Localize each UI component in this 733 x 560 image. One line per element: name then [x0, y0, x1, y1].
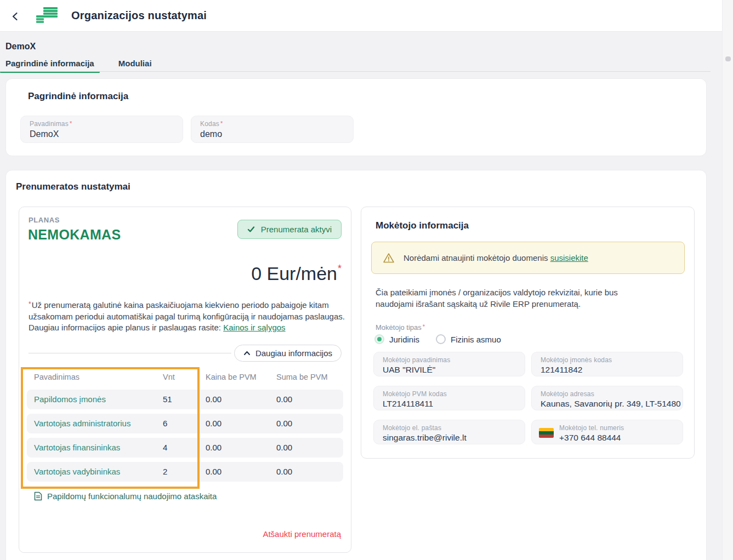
radio-label: Fizinis asmuo	[451, 335, 501, 344]
page-title: Organizacijos nustatymai	[71, 9, 207, 22]
col-vnt: Vnt	[163, 373, 175, 381]
field-label: Mokėtojo pavadinimas	[383, 356, 517, 364]
required-mark: *	[70, 120, 72, 127]
org-name: DemoX	[5, 42, 36, 52]
contact-link[interactable]: susisiekite	[550, 253, 588, 262]
radio-label: Juridinis	[389, 335, 419, 344]
code-field[interactable]: Kodas* demo	[191, 116, 354, 143]
tabs: Pagrindinė informacija Moduliai	[0, 56, 171, 72]
row-sum: 0.00	[276, 395, 292, 404]
row-sum: 0.00	[276, 443, 292, 452]
chevron-left-icon	[10, 11, 21, 22]
row-name: Vartotojas vadybininkas	[34, 467, 120, 476]
row-name: Papildomos įmonės	[34, 395, 106, 404]
row-price: 0.00	[206, 467, 221, 476]
warning-text: Norėdami atnaujinti mokėtojo duomenis su…	[404, 253, 588, 262]
rivile-logo-icon	[36, 7, 58, 24]
payer-email-field[interactable]: Mokėtojo el. paštas singaras.tribe@rivil…	[373, 420, 525, 444]
tab-pagrindine-informacija[interactable]: Pagrindinė informacija	[0, 56, 100, 72]
required-mark: *	[423, 323, 425, 330]
row-sum: 0.00	[276, 467, 292, 476]
link-label: Papildomų funkcionalumų naudojimo ataska…	[47, 492, 217, 501]
table-row: Vartotojas administratorius 6 0.00 0.00	[27, 414, 343, 433]
radio-fizinis-asmuo[interactable]: Fizinis asmuo	[436, 334, 501, 344]
pricing-terms-link[interactable]: Kainos ir sąlygos	[223, 323, 285, 332]
tab-label: Pagrindinė informacija	[5, 59, 94, 68]
row-price: 0.00	[206, 443, 221, 452]
col-kaina: Kaina be PVM	[206, 373, 257, 381]
payer-vat-code-field[interactable]: Mokėtojo PVM kodas LT214118411	[373, 386, 525, 410]
divider	[29, 353, 231, 353]
field-label: Kodas*	[200, 120, 345, 128]
payer-address-field[interactable]: Mokėtojo adresas Kaunas, Savanorių pr. 3…	[531, 386, 683, 410]
row-qty: 2	[163, 467, 167, 476]
plan-label: PLANAS	[29, 216, 60, 224]
tab-label: Moduliai	[118, 59, 152, 68]
usage-report-link[interactable]: Papildomų funkcionalumų naudojimo ataska…	[34, 492, 217, 501]
field-label: Mokėtojo įmonės kodas	[541, 356, 675, 364]
field-label: Mokėtojo PVM kodas	[383, 390, 517, 398]
payer-name-field[interactable]: Mokėtojo pavadinimas UAB "RIVILĖ"	[373, 352, 525, 376]
price-asterisk: *	[338, 263, 342, 274]
document-icon	[34, 492, 42, 501]
col-pavadinimas: Pavadinimas	[34, 373, 79, 381]
payer-title: Mokėtojo informacija	[376, 220, 469, 231]
field-value: LT214118411	[383, 399, 517, 409]
plan-panel: PLANAS NEMOKAMAS Prenumerata aktyvi 0 Eu…	[19, 207, 351, 553]
row-price: 0.00	[206, 419, 221, 428]
payer-company-code-field[interactable]: Mokėtojo įmonės kodas 121411842	[531, 352, 683, 376]
table-row: Vartotojas finansininkas 4 0.00 0.00	[27, 438, 343, 458]
plan-price: 0 Eur/mėn*	[251, 263, 342, 284]
field-value: demo	[200, 129, 345, 139]
check-icon	[247, 226, 255, 233]
col-suma: Suma be PVM	[276, 373, 328, 381]
badge-label: Prenumerata aktyvi	[261, 225, 332, 234]
field-value: 121411842	[541, 365, 675, 375]
field-label: Pavadinimas*	[30, 120, 175, 128]
row-sum: 0.00	[276, 419, 292, 428]
payer-type-label: Mokėtojo tipas*	[376, 323, 425, 332]
row-name: Vartotojas finansininkas	[34, 443, 120, 452]
row-name: Vartotojas administratorius	[34, 419, 130, 428]
scrollbar-thumb[interactable]	[725, 56, 731, 61]
plan-name: NEMOKAMAS	[28, 227, 121, 243]
field-label: Mokėtojo tel. numeris	[559, 424, 675, 432]
payer-panel: Mokėtojo informacija Norėdami atnaujinti…	[361, 207, 695, 459]
tabs-divider	[0, 71, 711, 72]
radio-unselected-icon	[436, 334, 446, 344]
row-qty: 6	[163, 419, 167, 428]
organization-settings-page: Organizacijos nustatymai DemoX Pagrindin…	[0, 0, 733, 560]
note-asterisk: *	[29, 300, 31, 308]
payer-description: Čia pateikiami įmonės / organizacijos va…	[376, 287, 633, 310]
payer-phone-field[interactable]: Mokėtojo tel. numeris +370 644 88444	[531, 420, 683, 444]
vertical-scrollbar[interactable]	[722, 0, 733, 560]
subscription-card: Prenumeratos nustatymai PLANAS NEMOKAMAS…	[5, 170, 707, 560]
tab-moduliai[interactable]: Moduliai	[113, 56, 157, 72]
card-title: Prenumeratos nustatymai	[16, 181, 130, 192]
topbar: Organizacijos nustatymai	[0, 0, 722, 32]
payer-warning: Norėdami atnaujinti mokėtojo duomenis su…	[371, 242, 685, 274]
radio-juridinis[interactable]: Juridinis	[374, 334, 419, 344]
general-info-card: Pagrindinė informacija Pavadinimas* Demo…	[5, 78, 707, 156]
field-value: DemoX	[30, 129, 175, 139]
payer-type-radios: Juridinis Fizinis asmuo	[374, 334, 501, 344]
field-value: UAB "RIVILĖ"	[383, 365, 517, 375]
cancel-subscription-link[interactable]: Atšaukti prenumeratą	[263, 529, 341, 539]
back-button[interactable]	[8, 9, 23, 24]
table-row: Papildomos įmonės 51 0.00 0.00	[27, 390, 343, 409]
table-row: Vartotojas vadybininkas 2 0.00 0.00	[27, 462, 343, 482]
row-qty: 4	[163, 443, 167, 452]
chevron-up-icon	[243, 351, 251, 356]
field-value: +370 644 88444	[559, 433, 675, 443]
row-qty: 51	[163, 395, 172, 404]
lithuania-flag-icon	[539, 428, 554, 438]
row-price: 0.00	[206, 395, 221, 404]
card-title: Pagrindinė informacija	[28, 91, 128, 102]
button-label: Daugiau informacijos	[255, 348, 332, 358]
name-field[interactable]: Pavadinimas* DemoX	[20, 116, 183, 143]
field-value: singaras.tribe@rivile.lt	[383, 433, 517, 443]
more-info-button[interactable]: Daugiau informacijos	[234, 345, 342, 362]
field-label: Mokėtojo adresas	[541, 390, 675, 398]
warning-icon	[383, 253, 395, 264]
radio-selected-icon	[374, 334, 384, 344]
